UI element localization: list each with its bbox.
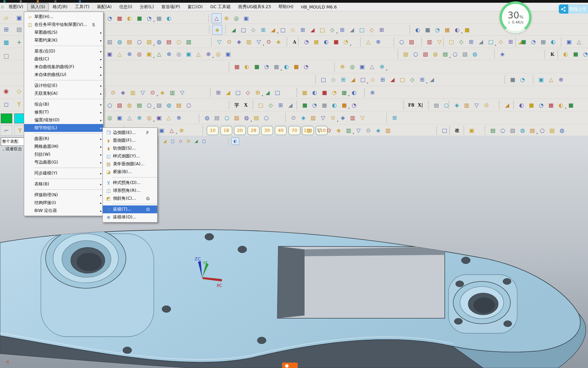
toolbar-button[interactable]: ◢ [192,137,200,145]
toolbar-button[interactable]: ◢ [223,88,233,97]
menu-item[interactable]: 结构焊接(I)▸ [24,199,103,207]
left-toolbar-button[interactable]: ◻ [1,99,12,109]
hole[interactable] [205,233,214,240]
toolbar-grip-handle[interactable] [393,37,396,46]
menubar-item[interactable]: GC 工具箱 [207,3,234,11]
toolbar-button[interactable]: ◇ [368,75,378,85]
toolbar-button[interactable]: ⊙ [289,113,298,123]
toolbar-button[interactable]: □ [357,25,367,35]
toolbar-button[interactable]: ▤ [401,49,411,59]
toolbar-button[interactable]: ○ [397,37,407,47]
toolbar-button[interactable]: ○ [134,37,144,47]
toolbar-button[interactable]: ▦▾ [272,62,281,72]
toolbar-button[interactable]: ◈ [234,37,244,47]
toolbar-text-button[interactable]: F8 [407,101,416,110]
left-toolbar-button[interactable]: ⊞ [1,25,12,34]
toolbar-button[interactable]: ▽ [358,113,368,123]
toolbar-button[interactable]: □ [446,37,456,47]
toolbar-button[interactable]: ▤ [488,125,498,135]
toolbar-button[interactable]: ◐ [329,100,339,110]
toolbar-button[interactable]: ◇ [288,25,298,35]
toolbar-button[interactable]: ⊙▾ [148,88,158,97]
toolbar-button[interactable]: ◐ [517,100,526,110]
menu-item[interactable]: 细节特征(L)▸ [24,124,103,132]
toolbar-button[interactable]: □ [239,25,248,35]
toolbar-grip-handle[interactable] [301,126,303,135]
toolbar-grip-handle[interactable] [494,50,496,58]
toolbar-button[interactable]: ▤ [251,113,261,123]
toolbar-button[interactable]: ◎ [213,49,223,59]
toolbar-button[interactable]: □ [256,100,266,110]
menu-item[interactable]: 弯边曲面(G)▸ [24,158,103,166]
toolbar-button[interactable]: ▧ [115,100,125,110]
toolbar-button[interactable]: ○ [411,49,421,59]
toolbar-button[interactable]: □ [273,88,282,97]
menu-item[interactable]: ◪桥接(B)... [103,168,157,176]
toolbar-button[interactable]: ■ [291,62,301,72]
toolbar-button[interactable]: ◐ [349,88,359,97]
toolbar-button[interactable]: ▣ [105,49,115,59]
menubar-item[interactable]: 帮助(H) [275,3,297,11]
toolbar-button[interactable]: ⊙ [224,37,234,47]
toolbar-button[interactable]: ◍ [430,49,440,59]
toolbar-button[interactable]: ■ [252,62,262,72]
toolbar-button[interactable]: ▧ [184,37,194,47]
zoom-preset-button[interactable]: 18 [220,126,232,135]
toolbar-button[interactable]: ▧ [508,125,518,135]
menubar-item[interactable]: 工具(T) [71,3,93,11]
left-toolbar-button[interactable]: □ [1,51,12,61]
toolbar-button[interactable]: ◢ [263,88,273,97]
toolbar-button[interactable]: ◎▾ [144,113,154,123]
toolbar-button[interactable]: ⊞ [258,25,268,35]
toolbar-text-button[interactable]: K [548,50,557,59]
toolbar-grip-handle[interactable] [561,37,563,46]
toolbar-button[interactable]: ◐ [164,13,174,23]
menu-item[interactable]: 修剪(T)▸ [24,108,103,116]
menu-item[interactable]: 设计特征(E)▸ [24,82,103,90]
toolbar-button[interactable]: △▾ [167,125,177,135]
toolbar-grip-handle[interactable] [544,50,547,58]
toolbar-button[interactable]: □ [317,25,327,35]
toolbar-button[interactable]: ◈ [158,88,167,97]
toolbar-button[interactable]: ▧ [421,49,430,59]
toolbar-button[interactable]: ◍ [154,37,164,47]
toolbar-grip-handle[interactable] [211,37,213,46]
toolbar-button[interactable]: ◎ [347,62,357,72]
left-toolbar-button[interactable]: ▣ [14,13,24,22]
hole[interactable] [123,347,132,354]
toolbar-button[interactable]: ▽ [138,88,148,97]
toolbar-grip-handle[interactable] [463,126,466,135]
toolbar-button[interactable]: ◇ [407,75,417,85]
toolbar-button[interactable]: ▧ [154,100,164,110]
toolbar-button[interactable]: ⊙ [324,125,334,135]
zoom-preset-button[interactable]: 10 [207,126,219,135]
toolbar-button[interactable]: ⊞ [466,37,476,47]
hole[interactable] [454,318,462,324]
toolbar-button[interactable]: ◔ [536,100,546,110]
menu-item[interactable]: 焊接助理(N)▸ [24,191,103,199]
left-toolbar-button[interactable]: ▤ [14,25,24,34]
toolbar-button[interactable]: ◢ [285,100,295,110]
left-toolbar-button[interactable]: ▦ [1,37,12,47]
menu-item[interactable]: ⊕拔模体(O)... [103,213,157,221]
menu-item[interactable]: 表格(B)▸ [24,180,103,188]
toolbar-button[interactable]: ■ [508,75,518,85]
toolbar-button[interactable]: ▥ [425,37,435,47]
toolbar-button[interactable]: ◢ [388,75,397,85]
toolbar-button[interactable]: ◔ [329,88,339,97]
toolbar-button[interactable]: ◎ [105,113,115,123]
toolbar-button[interactable]: ○ [537,125,547,135]
menu-item[interactable]: ◔拔模(T)...D [103,205,157,213]
toolbar-grip-handle[interactable] [158,138,160,144]
color-swatch[interactable] [1,113,12,123]
toolbar-button[interactable]: ◔▾ [341,37,351,47]
toolbar-button[interactable]: ⊕▾ [377,62,387,72]
toolbar-button[interactable]: ▦ [442,25,452,35]
toolbar-button[interactable]: ⊕ [222,13,231,23]
toolbar-grip-handle[interactable] [252,101,255,110]
toolbar-button[interactable]: ◈ [298,113,308,123]
toolbar-button[interactable]: ▣ [154,113,164,123]
toolbar-button[interactable]: ◔ [432,25,442,35]
menu-item[interactable]: 关联复制(A)▸ [24,90,103,97]
toolbar-button[interactable]: □ [278,25,288,35]
